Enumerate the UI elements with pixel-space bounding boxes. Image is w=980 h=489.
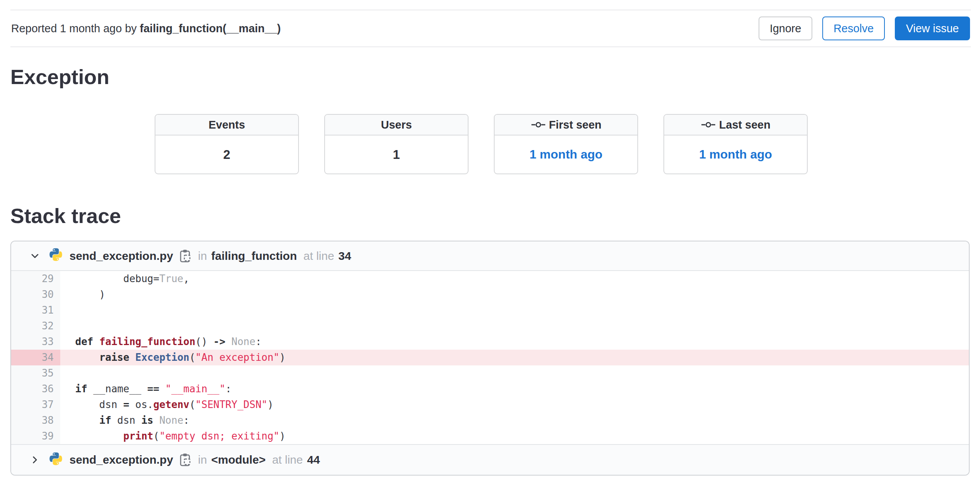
[interactable]	[179, 249, 191, 263]
code-token: None	[159, 415, 183, 426]
code-text	[60, 318, 969, 334]
chevron-down-icon[interactable]	[29, 250, 41, 262]
code-token: (	[189, 352, 195, 363]
code-token: "__main__"	[165, 383, 226, 395]
line-number: 34	[11, 350, 60, 365]
ignore-button[interactable]: Ignore	[759, 17, 812, 40]
code-token: :	[183, 415, 190, 426]
exception-title: Exception	[10, 64, 980, 89]
stat-card-header: First seen	[495, 115, 637, 135]
stat-card-link[interactable]: 1 month ago	[530, 147, 602, 162]
frame-in-label: in	[198, 249, 207, 263]
code-text	[60, 365, 969, 381]
code-token: "SENTRY_DSN"	[195, 399, 267, 410]
line-number: 38	[11, 413, 60, 428]
code-token: )	[279, 352, 285, 363]
code-line: 32	[11, 318, 969, 334]
code-line: 35	[11, 365, 969, 381]
	[48, 452, 64, 468]
code-token	[93, 336, 99, 347]
commit-icon	[701, 119, 716, 130]
python-icon	[48, 248, 64, 264]
stat-card-header: Last seen	[664, 115, 807, 135]
python-icon	[48, 452, 64, 468]
view-issue-button[interactable]: View issue	[895, 17, 970, 40]
code-token: os.	[129, 399, 153, 410]
code-token: )	[75, 289, 105, 300]
stats-row: Events2Users1First seen1 month agoLast s…	[155, 114, 980, 174]
stat-card-value: 2	[223, 147, 230, 162]
[interactable]	[179, 453, 191, 467]
reporter-name: failing_function(__main__)	[140, 22, 280, 35]
code-line: 36if __name__ == "__main__":	[11, 381, 969, 397]
stat-card-body: 2	[155, 135, 298, 173]
line-number: 29	[11, 271, 60, 287]
code-token	[153, 415, 160, 426]
code-token: (	[189, 399, 195, 410]
reported-text: Reported 1 month ago by failing_function…	[11, 22, 281, 35]
stat-card-header: Events	[155, 115, 298, 135]
stack-frame-header-0[interactable]: send_exception.pyinfailing_functionat li…	[11, 241, 969, 271]
code-token	[225, 336, 231, 347]
frame-at-line-label: at line	[272, 453, 303, 466]
code-line: 37 dsn = os.getenv("SENTRY_DSN")	[11, 397, 969, 413]
stat-card-events: Events2	[155, 114, 299, 174]
code-line: 30 )	[11, 287, 969, 302]
code-text: )	[60, 287, 969, 302]
frame-in-label: in	[198, 453, 207, 466]
code-line: 29 debug=True,	[11, 271, 969, 287]
code-token: None	[231, 336, 256, 347]
frame-function: failing_function	[211, 249, 297, 263]
code-text: debug=True,	[60, 271, 969, 287]
code-token: Exception	[135, 352, 190, 363]
line-number: 33	[11, 334, 60, 350]
stat-card-body: 1	[325, 135, 468, 173]
code-area: 29 debug=True,30 )313233def failing_func…	[11, 271, 969, 444]
stack-trace-title: Stack trace	[10, 203, 980, 228]
code-text: dsn = os.getenv("SENTRY_DSN")	[60, 397, 969, 413]
code-token: True	[159, 273, 183, 284]
code-token: print	[123, 430, 153, 442]
issue-header-bar: Reported 1 month ago by failing_function…	[10, 10, 971, 47]
code-line-highlighted: 34 raise Exception("An exception")	[11, 350, 969, 365]
frame-filename: send_exception.py	[69, 249, 173, 263]
frame-line-number: 44	[307, 453, 320, 466]
reported-prefix: Reported 1 month ago by	[11, 22, 140, 35]
code-token: :	[225, 383, 231, 395]
code-token	[75, 430, 123, 442]
line-number: 32	[11, 318, 60, 334]
code-text	[60, 302, 969, 318]
code-token: dsn	[111, 415, 141, 426]
line-number: 31	[11, 302, 60, 318]
stat-card-header: Users	[325, 115, 468, 135]
stat-card-users: Users1	[324, 114, 469, 174]
copy-icon[interactable]	[179, 453, 191, 467]
stat-card-body: 1 month ago	[664, 135, 807, 173]
frame-at-line-label: at line	[304, 249, 334, 263]
code-text: if __name__ == "__main__":	[60, 381, 969, 397]
code-token: )	[279, 430, 285, 442]
code-line: 31	[11, 302, 969, 318]
code-token: "empty dsn; exiting"	[159, 430, 279, 442]
code-token: =	[123, 399, 129, 410]
stat-card-label: Events	[208, 119, 245, 131]
	[29, 250, 41, 262]
resolve-button[interactable]: Resolve	[822, 17, 885, 40]
stack-frame-header-1[interactable]: send_exception.pyin<module>at line44	[11, 444, 969, 475]
code-text: if dsn is None:	[60, 413, 969, 428]
line-number: 39	[11, 428, 60, 444]
line-number: 35	[11, 365, 60, 381]
line-number: 37	[11, 397, 60, 413]
code-text: def failing_function() -> None:	[60, 334, 969, 350]
code-text: raise Exception("An exception")	[60, 350, 969, 365]
chevron-right-icon[interactable]	[29, 454, 41, 466]
code-token: def	[75, 336, 93, 347]
copy-icon[interactable]	[179, 249, 191, 263]
code-token	[129, 352, 135, 363]
frame-line-number: 34	[338, 249, 351, 263]
code-token: "An exception"	[195, 352, 279, 363]
stat-card-link[interactable]: 1 month ago	[699, 147, 772, 162]
stat-card-label: Users	[381, 119, 412, 131]
line-number: 36	[11, 381, 60, 397]
code-token	[75, 352, 99, 363]
